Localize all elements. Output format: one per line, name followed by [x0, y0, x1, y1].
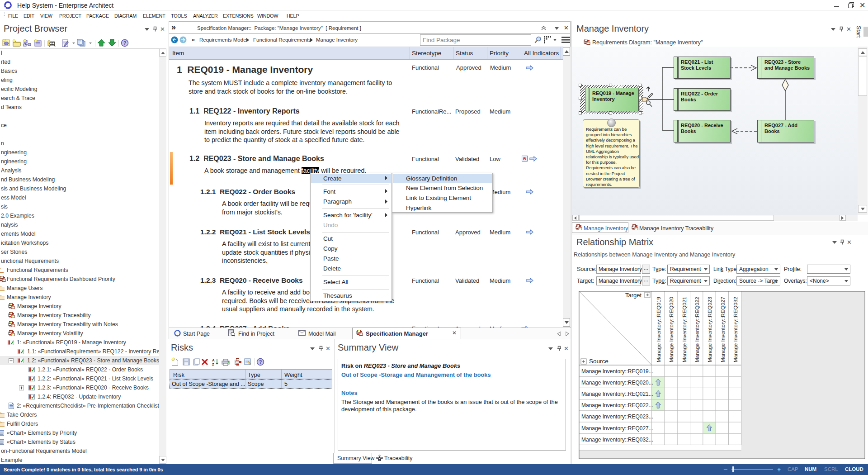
svg-text:Manage Inventory::REQ022: Manage Inventory::REQ022 [694, 297, 700, 362]
svg-text:?: ? [259, 359, 262, 365]
svg-text:Z: Z [212, 362, 214, 366]
svg-text:Source: Source [589, 358, 609, 365]
svg-text:Manage Inventory::REQ021: Manage Inventory::REQ021 [681, 297, 687, 362]
svg-text:Manage Inventory::REQ022...: Manage Inventory::REQ022... [581, 402, 653, 408]
svg-text:R: R [523, 156, 526, 161]
svg-text:Manage Inventory::REQ019: Manage Inventory::REQ019 [656, 297, 661, 362]
svg-text:Manage Inventory::REQ032: Manage Inventory::REQ032 [732, 297, 738, 362]
svg-text:?: ? [123, 40, 127, 46]
svg-text:Manage Inventory::REQ027...: Manage Inventory::REQ027... [581, 425, 653, 432]
svg-text:Manage Inventory::REQ020...: Manage Inventory::REQ020... [581, 380, 653, 386]
svg-text:Manage Inventory::REQ019...: Manage Inventory::REQ019... [581, 368, 653, 375]
svg-text:Manage Inventory::REQ032...: Manage Inventory::REQ032... [581, 437, 653, 443]
svg-text:Manage Inventory::REQ023: Manage Inventory::REQ023 [707, 297, 712, 362]
svg-text:A: A [212, 358, 215, 362]
svg-text:Manage Inventory::REQ021...: Manage Inventory::REQ021... [581, 391, 653, 397]
svg-text:Manage Inventory::REQ023...: Manage Inventory::REQ023... [581, 413, 653, 420]
svg-text:Target: Target [625, 292, 642, 299]
svg-text:Manage Inventory::REQ020: Manage Inventory::REQ020 [668, 297, 674, 362]
svg-text:Manage Inventory::REQ027: Manage Inventory::REQ027 [720, 297, 726, 362]
